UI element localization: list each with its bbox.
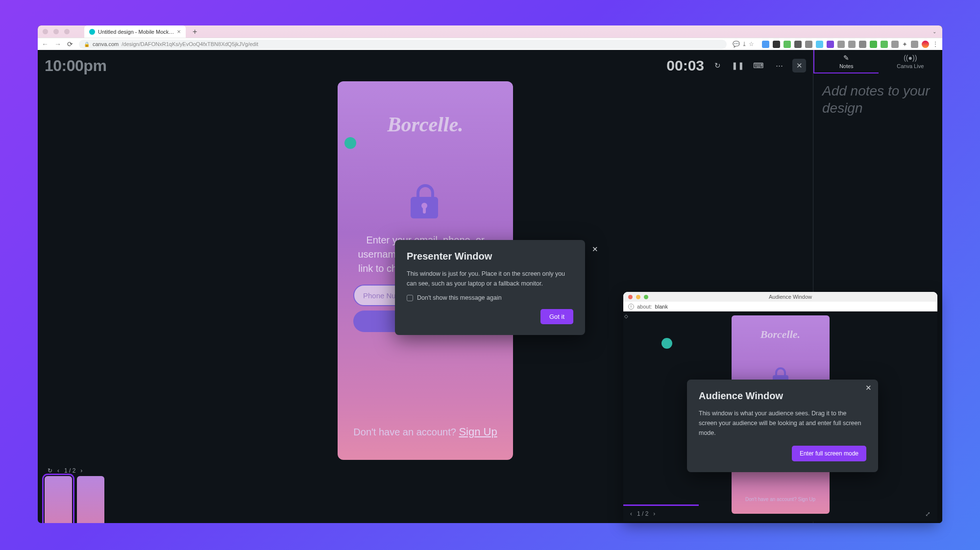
- lock-icon: [411, 184, 440, 218]
- extension-icon[interactable]: [881, 41, 888, 48]
- prev-slide-button[interactable]: ‹: [57, 467, 59, 474]
- enter-fullscreen-button[interactable]: Enter full screen mode: [792, 446, 866, 461]
- modal-title: Presenter Window: [407, 251, 573, 262]
- extensions-menu-icon[interactable]: ✦: [902, 41, 907, 48]
- got-it-label: Got it: [549, 313, 564, 320]
- url-host: canva.com: [93, 41, 119, 47]
- signup-link: Sign Up: [459, 426, 497, 438]
- modal-body: This window is what your audience sees. …: [699, 408, 866, 438]
- address-bar: ← → ⟳ 🔒 canva.com/design/DAFONxR1qKs/yEv…: [38, 38, 942, 50]
- clock: 10:00pm: [45, 57, 106, 75]
- extension-icon[interactable]: [870, 41, 877, 48]
- close-tab-icon[interactable]: ×: [177, 28, 181, 35]
- tab-notes[interactable]: ✎ Notes: [813, 50, 879, 73]
- decorative-dot: [344, 137, 356, 149]
- page-indicator: 1 / 2: [637, 510, 648, 517]
- tab-title: Untitled design - Mobile Mock…: [98, 29, 174, 35]
- restart-icon[interactable]: ↻: [48, 467, 52, 474]
- got-it-button[interactable]: Got it: [540, 309, 573, 324]
- address-bar-actions: 💬 ⤓ ☆ ✦: [733, 41, 938, 48]
- extensions-row: ✦ ⋮: [762, 41, 938, 48]
- addr-label: about:: [637, 304, 652, 310]
- thumbnail-1[interactable]: [45, 476, 72, 523]
- prev-slide-button[interactable]: ‹: [630, 510, 632, 517]
- signup-prefix: Don't have an account?: [353, 427, 456, 437]
- extension-icon[interactable]: [805, 41, 812, 48]
- chrome-menu-icon[interactable]: ⋮: [932, 41, 938, 48]
- bookmark-icon[interactable]: ☆: [749, 41, 754, 48]
- extension-icon[interactable]: [837, 41, 845, 48]
- back-button[interactable]: ←: [42, 40, 49, 48]
- notes-icon: ✎: [843, 54, 849, 62]
- checkbox-label: Don't show this message again: [417, 294, 502, 301]
- restart-timer-button[interactable]: ↻: [710, 58, 725, 73]
- extension-icon[interactable]: [891, 41, 899, 48]
- next-slide-button[interactable]: ›: [653, 510, 655, 517]
- signup-row: Don't have an account? Sign Up: [338, 426, 513, 438]
- decorative-dot: [662, 338, 672, 349]
- minimize-window-icon[interactable]: [636, 295, 640, 299]
- install-icon[interactable]: ⤓: [742, 41, 747, 48]
- notes-textarea[interactable]: Add notes to your design: [813, 73, 942, 125]
- dont-show-checkbox-row[interactable]: Don't show this message again: [407, 294, 573, 301]
- extension-icon[interactable]: [794, 41, 802, 48]
- translate-icon[interactable]: 💬: [733, 41, 740, 48]
- minimize-window-icon[interactable]: [53, 29, 59, 34]
- close-modal-button[interactable]: ✕: [863, 383, 873, 392]
- keyboard-icon[interactable]: ⌨: [751, 58, 766, 73]
- fullscreen-button[interactable]: ⤢: [925, 510, 931, 518]
- extension-icon[interactable]: [773, 41, 780, 48]
- cta-label: Enter full screen mode: [800, 450, 858, 457]
- next-slide-button[interactable]: ›: [80, 467, 82, 474]
- lock-icon: 🔒: [84, 42, 90, 47]
- profile-avatar-icon[interactable]: [922, 41, 929, 48]
- presenter-toolbar: 10:00pm 00:03 ↻ ❚❚ ⌨ ⋯ ✕: [38, 50, 813, 81]
- reload-button[interactable]: ⟳: [67, 40, 73, 48]
- extension-icon[interactable]: [762, 41, 769, 48]
- modal-body: This window is just for you. Place it on…: [407, 269, 573, 288]
- audience-window-title: Audience Window: [769, 294, 812, 300]
- url-path: /design/DAFONxR1qKs/yEvOoQ4fxTBN8XdQ5jkJ…: [122, 41, 258, 47]
- favicon-icon: [89, 29, 95, 35]
- signup-row: Don't have an account? Sign Up: [732, 497, 830, 502]
- url-input[interactable]: 🔒 canva.com/design/DAFONxR1qKs/yEvOoQ4fx…: [79, 40, 727, 49]
- browser-tab[interactable]: Untitled design - Mobile Mock… ×: [84, 25, 186, 38]
- extension-icon[interactable]: [816, 41, 823, 48]
- audience-address-bar: i about:blank: [623, 302, 937, 311]
- pause-timer-button[interactable]: ❚❚: [731, 58, 745, 73]
- close-window-icon[interactable]: [43, 29, 48, 34]
- brand-logo: Borcelle.: [732, 328, 830, 341]
- close-modal-button[interactable]: ✕: [590, 245, 600, 254]
- more-options-button[interactable]: ⋯: [772, 58, 786, 73]
- extension-icon[interactable]: [859, 41, 866, 48]
- modal-title: Audience Window: [699, 390, 866, 402]
- broadcast-icon: ((●)): [904, 54, 917, 62]
- close-presenter-button[interactable]: ✕: [792, 59, 806, 72]
- checkbox-icon[interactable]: [407, 295, 413, 301]
- extension-icon[interactable]: [827, 41, 834, 48]
- tab-canva-live[interactable]: ((●)) Canva Live: [879, 50, 943, 73]
- info-icon[interactable]: i: [628, 304, 634, 310]
- audience-tooltip-modal: ✕ Audience Window This window is what yo…: [687, 380, 878, 472]
- addr-value: blank: [655, 304, 668, 310]
- extension-icon[interactable]: [784, 41, 791, 48]
- tabs-overflow-icon[interactable]: ⌄: [932, 29, 936, 34]
- maximize-window-icon[interactable]: [644, 295, 648, 299]
- window-traffic-lights[interactable]: [43, 29, 70, 34]
- sidebar-tabs: ✎ Notes ((●)) Canva Live: [813, 50, 942, 73]
- close-window-icon[interactable]: [628, 295, 633, 299]
- maximize-window-icon[interactable]: [64, 29, 70, 34]
- tab-live-label: Canva Live: [897, 63, 924, 69]
- audience-footer: ‹ 1 / 2 › ⤢: [623, 506, 937, 522]
- page-indicator: 1 / 2: [64, 467, 75, 474]
- resize-icon[interactable]: ◇: [624, 313, 628, 319]
- audience-traffic-lights[interactable]: [628, 295, 648, 299]
- tab-notes-label: Notes: [839, 63, 854, 69]
- extension-icon[interactable]: [848, 41, 856, 48]
- audience-titlebar[interactable]: Audience Window: [623, 292, 937, 302]
- timer: 00:03: [666, 57, 704, 74]
- extension-icon[interactable]: [911, 41, 918, 48]
- brand-logo: Borcelle.: [338, 113, 513, 136]
- thumbnail-2[interactable]: [77, 476, 104, 523]
- new-tab-button[interactable]: +: [189, 27, 201, 36]
